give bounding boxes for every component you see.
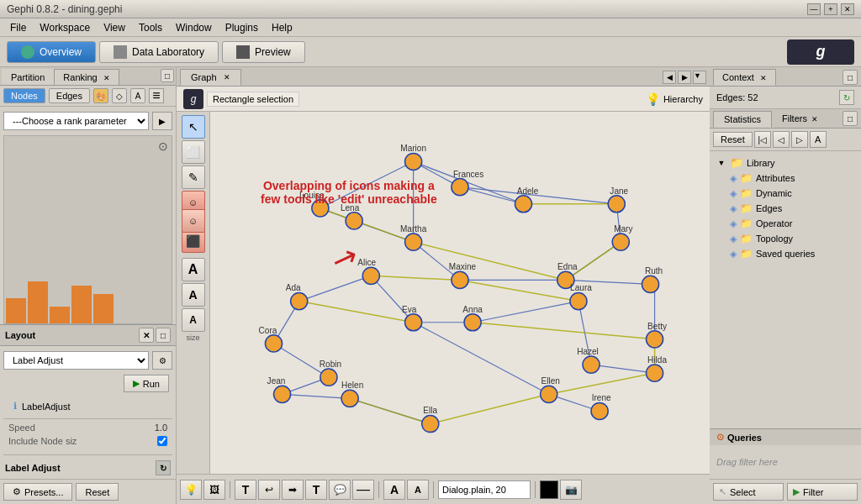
layout-settings-btn[interactable]: ⚙ — [152, 351, 172, 370]
filters-tab[interactable]: Filters ✕ — [772, 111, 828, 128]
svg-point-64 — [422, 415, 439, 432]
minimize-btn[interactable]: — — [807, 3, 821, 15]
filters-tab-close[interactable]: ✕ — [811, 115, 818, 123]
bottom-tool-fontA-large[interactable]: A — [383, 480, 405, 500]
tab-ranking[interactable]: Ranking ✕ — [54, 69, 119, 85]
title-bar: Gephi 0.8.2 - dining.gephi — + ✕ — [0, 0, 861, 18]
tab-preview[interactable]: Preview — [222, 41, 305, 63]
rank-dropdown[interactable]: ---Choose a rank parameter — [3, 112, 149, 130]
graph-nav-prev[interactable]: ◀ — [663, 71, 676, 84]
menu-file[interactable]: File — [3, 20, 33, 35]
filters-expand-btn[interactable]: □ — [843, 111, 858, 126]
graph-nav-next[interactable]: ▶ — [678, 71, 691, 84]
node-size-checkbox[interactable] — [157, 436, 167, 446]
vtool-pencil[interactable]: ✎ — [182, 165, 205, 189]
node-size-row: Include Node siz — [3, 434, 172, 448]
operator-node-icon: ◈ — [730, 218, 737, 229]
context-tab-close[interactable]: ✕ — [760, 74, 767, 82]
vtool-node2[interactable]: ☺ — [182, 209, 205, 233]
bottom-tool-speech[interactable]: 💬 — [329, 480, 351, 500]
edges-node-icon: ◈ — [730, 203, 737, 214]
tree-item-topology[interactable]: ◈ 📁 Topology — [710, 231, 861, 246]
tree-item-library[interactable]: ▼ 📁 Library — [710, 155, 861, 171]
statistics-tab[interactable]: Statistics — [713, 111, 772, 128]
vtool-rect[interactable]: ⬜ — [182, 140, 205, 164]
layout-expand-btn[interactable]: ✕ — [139, 328, 154, 343]
tree-item-operator[interactable]: ◈ 📁 Operator — [710, 216, 861, 231]
filter-button[interactable]: ▶ Filter — [787, 483, 858, 501]
graph-nav-dropdown[interactable]: ▼ — [693, 71, 706, 84]
vtool-square[interactable]: ⬛ — [182, 229, 205, 253]
ranking-tab-close[interactable]: ✕ — [103, 74, 110, 82]
color-icon-btn[interactable]: 🎨 — [93, 88, 108, 103]
menu-tools[interactable]: Tools — [132, 20, 169, 35]
stats-icon-1[interactable]: |◁ — [754, 131, 771, 148]
tree-item-edges[interactable]: ◈ 📁 Edges — [710, 201, 861, 216]
menu-plugins[interactable]: Plugins — [219, 20, 265, 35]
layout-dropdown[interactable]: Label Adjust — [3, 351, 149, 370]
bottom-tool-fontA-small[interactable]: A — [407, 480, 429, 500]
label-adjust-icon-btn[interactable]: ↻ — [156, 460, 171, 475]
dynamic-node-icon: ◈ — [730, 188, 737, 199]
bottom-tool-light[interactable]: 💡 — [180, 480, 202, 500]
diamond-icon-btn[interactable]: ◇ — [112, 88, 127, 103]
stats-icon-3[interactable]: ▷ — [791, 131, 808, 148]
maximize-btn[interactable]: + — [824, 3, 837, 15]
stats-icon-btn2[interactable]: ≡ — [149, 88, 164, 103]
tab-partition[interactable]: Partition — [2, 69, 54, 85]
context-expand-btn[interactable]: □ — [843, 70, 858, 85]
graph-nodes — [265, 153, 663, 432]
menu-view[interactable]: View — [97, 20, 132, 35]
graph-tab-close[interactable]: ✕ — [224, 73, 230, 81]
bottom-tool-dash[interactable]: — — [352, 480, 374, 500]
font-icon-btn[interactable]: A — [130, 88, 145, 103]
close-btn[interactable]: ✕ — [841, 3, 854, 15]
hierarchy-label: Hierarchy — [663, 94, 703, 104]
label-adjust-section: Label Adjust ↻ — [0, 457, 176, 479]
gephi-small-logo: g — [183, 89, 203, 109]
layout-max-btn[interactable]: □ — [156, 328, 171, 343]
panel-expand-btn[interactable]: □ — [161, 69, 174, 82]
run-button[interactable]: ▶ Run — [124, 375, 169, 392]
tree-item-dynamic[interactable]: ◈ 📁 Dynamic — [710, 186, 861, 201]
tree-item-saved-queries[interactable]: ◈ 📁 Saved queries — [710, 246, 861, 261]
color-swatch[interactable] — [540, 480, 558, 499]
refresh-btn[interactable]: ↻ — [839, 90, 854, 105]
reset-btn[interactable]: Reset — [76, 483, 119, 501]
tree-item-attributes[interactable]: ◈ 📁 Attributes — [710, 171, 861, 186]
bottom-toolbar: 💡 🖼 T ↩ ➡ T 💬 — A A 📷 — [177, 474, 710, 504]
select-button[interactable]: ↖ Select — [713, 483, 784, 501]
vtool-cursor[interactable]: ↖ — [182, 115, 205, 139]
data-lab-icon — [114, 45, 127, 59]
edges-tab[interactable]: Edges — [49, 88, 90, 103]
rank-apply-btn[interactable]: ▶ — [152, 112, 172, 130]
context-tab[interactable]: Context ✕ — [713, 69, 776, 86]
bottom-tool-screenshot[interactable]: 📷 — [560, 480, 582, 500]
vtool-textA3[interactable]: A — [182, 308, 205, 332]
stats-icon-4[interactable]: A — [810, 131, 827, 148]
bottom-tool-label[interactable]: T — [305, 480, 327, 500]
nodes-tab[interactable]: Nodes — [3, 88, 45, 103]
tab-data-laboratory[interactable]: Data Laboratory — [99, 41, 219, 63]
presets-btn[interactable]: ⚙ Presets... — [3, 483, 72, 501]
bottom-tool-arrow[interactable]: ➡ — [282, 480, 304, 500]
gephi-logo: g — [787, 39, 854, 65]
stats-icon-2[interactable]: ◁ — [773, 131, 790, 148]
filter-icon[interactable]: ⊙ — [158, 139, 168, 153]
graph-svg: Marion Frances Louise Lena Adele Jane Ma… — [210, 112, 710, 474]
overview-label: Overview — [40, 46, 82, 58]
bottom-tool-image[interactable]: 🖼 — [203, 480, 225, 500]
menu-window[interactable]: Window — [169, 20, 219, 35]
tab-overview[interactable]: Overview — [7, 41, 96, 63]
vtool-textA2[interactable]: A — [182, 283, 205, 307]
bottom-tool-text[interactable]: T — [235, 480, 256, 500]
font-field[interactable] — [438, 480, 531, 499]
menu-workspace[interactable]: Workspace — [33, 20, 97, 35]
svg-text:Cora: Cora — [259, 326, 277, 335]
vtool-textA1[interactable]: A — [182, 258, 205, 281]
graph-tab[interactable]: Graph ✕ — [180, 69, 241, 86]
menu-help[interactable]: Help — [265, 20, 299, 35]
bottom-tool-undo[interactable]: ↩ — [258, 480, 280, 500]
reset-stats-btn[interactable]: Reset — [713, 132, 753, 147]
svg-point-50 — [642, 276, 658, 292]
